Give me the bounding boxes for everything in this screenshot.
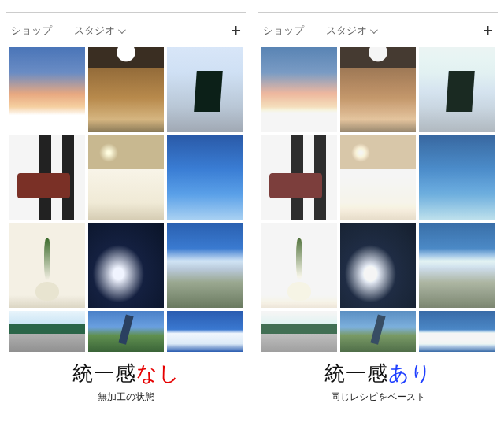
tab-studio-label: スタジオ bbox=[326, 24, 367, 38]
thumb-crane-sky[interactable] bbox=[340, 311, 416, 353]
caption-suffix: あり bbox=[388, 361, 432, 385]
thumb-sidewalk-signboard[interactable] bbox=[167, 47, 243, 132]
caption-right: 統一感あり 同じレシピをペースト bbox=[258, 360, 498, 404]
caption-prefix: 統一感 bbox=[72, 361, 136, 385]
thumb-wooden-desk[interactable] bbox=[9, 135, 85, 220]
topbar bbox=[258, 6, 498, 13]
caption-title: 統一感なし bbox=[6, 360, 246, 387]
thumb-hallway-corridor[interactable] bbox=[340, 47, 416, 132]
thumb-sky-cloud[interactable] bbox=[419, 311, 495, 353]
caption-suffix: なし bbox=[136, 361, 180, 385]
thumb-blue-sky[interactable] bbox=[167, 135, 243, 220]
thumb-potted-plant[interactable] bbox=[261, 223, 337, 308]
photo-grid-right bbox=[258, 47, 498, 352]
caption-title: 統一感あり bbox=[258, 360, 498, 387]
thumb-hallway-corridor[interactable] bbox=[88, 47, 164, 132]
thumb-green-building[interactable] bbox=[261, 311, 337, 353]
thumb-sunset-field[interactable] bbox=[261, 47, 337, 132]
pane-right: ショップ スタジオ + 統一感あり 同じレシピをペースト bbox=[258, 6, 498, 438]
thumb-motorcycle-dash[interactable] bbox=[340, 223, 416, 308]
caption-subtitle: 同じレシピをペースト bbox=[258, 390, 498, 404]
caption-subtitle: 無加工の状態 bbox=[6, 390, 246, 404]
thumb-potted-plant[interactable] bbox=[9, 223, 85, 308]
thumb-street-blossoms[interactable] bbox=[167, 223, 243, 308]
tab-studio-label: スタジオ bbox=[74, 24, 115, 38]
thumb-street-blossoms[interactable] bbox=[419, 223, 495, 308]
thumb-blue-sky[interactable] bbox=[419, 135, 495, 220]
tab-shop[interactable]: ショップ bbox=[11, 24, 52, 38]
tab-studio[interactable]: スタジオ bbox=[74, 24, 124, 38]
tab-bar: ショップ スタジオ + bbox=[6, 22, 246, 47]
tab-bar: ショップ スタジオ + bbox=[258, 22, 498, 47]
thumb-green-building[interactable] bbox=[9, 311, 85, 353]
chevron-down-icon bbox=[370, 26, 378, 34]
thumb-wooden-desk[interactable] bbox=[261, 135, 337, 220]
thumb-sky-cloud[interactable] bbox=[167, 311, 243, 353]
thumb-crane-sky[interactable] bbox=[88, 311, 164, 353]
tab-studio[interactable]: スタジオ bbox=[326, 24, 376, 38]
photo-grid-left bbox=[6, 47, 246, 352]
pane-left: ショップ スタジオ + 統一感なし 無加工の状態 bbox=[6, 6, 246, 438]
thumb-sunset-field[interactable] bbox=[9, 47, 85, 132]
chevron-down-icon bbox=[118, 26, 126, 34]
tab-shop[interactable]: ショップ bbox=[263, 24, 304, 38]
topbar bbox=[6, 6, 246, 13]
thumb-sidewalk-signboard[interactable] bbox=[419, 47, 495, 132]
thumb-hotel-bed[interactable] bbox=[88, 135, 164, 220]
thumb-motorcycle-dash[interactable] bbox=[88, 223, 164, 308]
add-button[interactable]: + bbox=[483, 22, 493, 39]
caption-prefix: 統一感 bbox=[324, 361, 388, 385]
caption-left: 統一感なし 無加工の状態 bbox=[6, 360, 246, 404]
add-button[interactable]: + bbox=[231, 22, 241, 39]
thumb-hotel-bed[interactable] bbox=[340, 135, 416, 220]
